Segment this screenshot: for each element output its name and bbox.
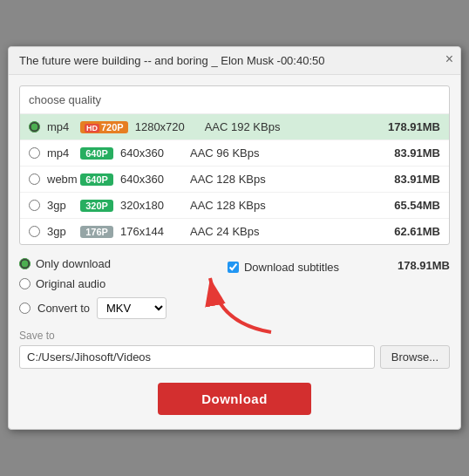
resolution-label: 640x360 (120, 146, 190, 160)
resolution-label: 1280x720 (135, 120, 205, 133)
quality-badge: 176P (80, 226, 113, 238)
dialog-body: choose quality mp4 HD720P 1280x720 AAC 1… (9, 75, 460, 429)
quality-badge: 640P (80, 173, 113, 186)
subtitle-section: Download subtitles (228, 261, 339, 274)
filesize-label: 65.54MB (375, 199, 440, 212)
save-section: Save to Browse... (19, 330, 450, 369)
quality-box: choose quality mp4 HD720P 1280x720 AAC 1… (19, 85, 450, 245)
save-row: Browse... (19, 345, 450, 369)
quality-row[interactable]: mp4 640P 640x360 AAC 96 KBps 83.91MB (20, 140, 449, 167)
audio-label: AAC 96 KBps (190, 146, 375, 160)
quality-radio[interactable] (29, 173, 40, 185)
format-label: webm (47, 173, 80, 186)
original-audio-option[interactable]: Original audio (19, 277, 167, 290)
download-button[interactable]: Download (158, 383, 311, 415)
subtitle-label: Download subtitles (244, 261, 339, 274)
only-download-option[interactable]: Only download (19, 257, 167, 270)
original-audio-label: Original audio (36, 277, 105, 290)
quality-radio[interactable] (29, 226, 40, 237)
audio-label: AAC 128 KBps (190, 199, 375, 212)
only-download-label: Only download (36, 257, 111, 270)
browse-button[interactable]: Browse... (380, 345, 450, 369)
options-section: Only download Original audio Convert to … (19, 257, 450, 319)
convert-to-label: Convert to (37, 302, 90, 315)
audio-label: AAC 128 KBps (190, 173, 375, 186)
quality-row[interactable]: 3gp 320P 320x180 AAC 128 KBps 65.54MB (20, 193, 449, 219)
quality-radio[interactable] (29, 121, 40, 133)
filesize-label: 62.61MB (375, 225, 440, 238)
radio-group: Only download Original audio Convert to … (19, 257, 167, 319)
audio-label: AAC 192 KBps (205, 120, 375, 133)
convert-to-option[interactable]: Convert to MKV MP4 AVI MOV (19, 297, 167, 319)
resolution-label: 176x144 (120, 225, 190, 238)
dialog-window: The future were building -- and boring _… (8, 46, 461, 430)
subtitle-checkbox[interactable] (228, 262, 239, 273)
download-btn-row: Download (19, 383, 450, 415)
resolution-label: 640x360 (120, 173, 190, 186)
filesize-label: 178.91MB (375, 120, 440, 133)
quality-title: choose quality (20, 86, 449, 114)
convert-format-select[interactable]: MKV MP4 AVI MOV (97, 297, 167, 319)
format-label: mp4 (47, 120, 80, 133)
filesize-label: 83.91MB (375, 173, 440, 186)
audio-label: AAC 24 KBps (190, 225, 375, 238)
quality-row[interactable]: webm 640P 640x360 AAC 128 KBps 83.91MB (20, 167, 449, 193)
quality-badge: 320P (80, 200, 113, 212)
format-label: mp4 (47, 146, 80, 160)
close-button[interactable]: × (445, 52, 453, 66)
quality-radio[interactable] (29, 200, 40, 211)
quality-radio[interactable] (29, 147, 40, 159)
format-label: 3gp (47, 225, 80, 238)
quality-row[interactable]: mp4 HD720P 1280x720 AAC 192 KBps 178.91M… (20, 114, 449, 140)
quality-badge: HD720P (80, 121, 128, 133)
quality-badge: 640P (80, 147, 113, 160)
format-label: 3gp (47, 199, 80, 212)
filesize-label: 83.91MB (375, 146, 440, 160)
quality-row[interactable]: 3gp 176P 176x144 AAC 24 KBps 62.61MB (20, 219, 449, 244)
save-label: Save to (19, 330, 450, 342)
save-path-input[interactable] (19, 345, 375, 369)
dialog-title: The future were building -- and boring _… (9, 47, 460, 75)
total-size: 178.91MB (398, 257, 450, 272)
resolution-label: 320x180 (120, 199, 190, 212)
annotation-arrow (201, 271, 289, 337)
